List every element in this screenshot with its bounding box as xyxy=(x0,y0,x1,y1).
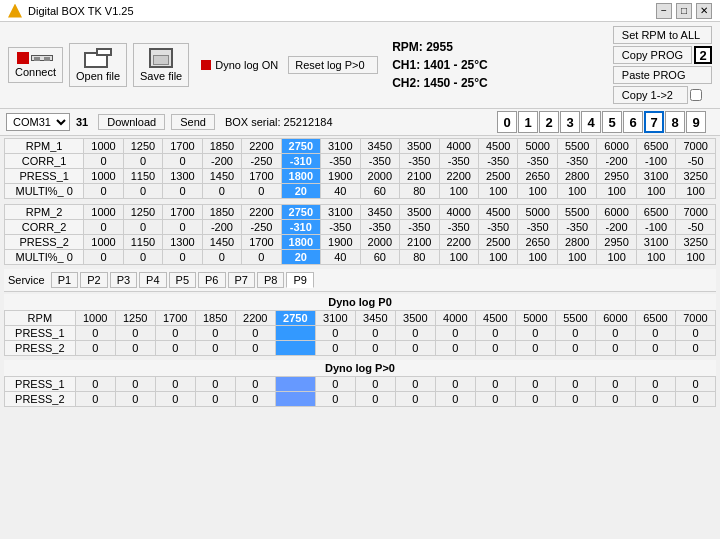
dyno-log-pgt0-section: Dyno log P>0 PRESS_1 0000 0 0000 0000 00… xyxy=(4,360,716,407)
title-bar-title: Digital BOX TK V1.25 xyxy=(28,5,134,17)
ch1-status: CH1: 1401 - 25°C xyxy=(392,56,488,74)
dyno-p0-press2-row: PRESS_2 0000 0 0000 0000 00 xyxy=(5,341,716,356)
red-square-icon xyxy=(17,52,29,64)
dyno-status-icon xyxy=(201,60,211,70)
close-button[interactable]: ✕ xyxy=(696,3,712,19)
multi2-label: MULTI%_ 0 xyxy=(5,250,84,265)
tab-p8[interactable]: P8 xyxy=(257,272,284,288)
rpm1-row: RPM_1 1000125017001850 2200 2750 3100345… xyxy=(5,139,716,154)
ch2-status: CH2: 1450 - 25°C xyxy=(392,74,488,92)
dyno-pgt0-press2-row: PRESS_2 0000 0 0000 0000 00 xyxy=(5,392,716,407)
num-box-1[interactable]: 1 xyxy=(518,111,538,133)
corr2-label: CORR_2 xyxy=(5,220,84,235)
connect-button[interactable]: Connect xyxy=(8,47,63,83)
maximize-button[interactable]: □ xyxy=(676,3,692,19)
open-file-button[interactable]: Open file xyxy=(69,43,127,87)
dyno-pgt0-press2-label: PRESS_2 xyxy=(5,392,76,407)
multi2-row: MULTI%_ 0 0000 0 20 406080100 1001001001… xyxy=(5,250,716,265)
copy-1-2-button[interactable]: Copy 1->2 xyxy=(613,86,688,104)
tab-p4[interactable]: P4 xyxy=(139,272,166,288)
num-box-3[interactable]: 3 xyxy=(560,111,580,133)
download-btn[interactable]: Download xyxy=(98,114,165,130)
service-tabs-row: Service P1 P2 P3 P4 P5 P6 P7 P8 P9 xyxy=(4,269,716,292)
press2-row: PRESS_2 1000115013001450 1700 1800 19002… xyxy=(5,235,716,250)
num-box-8[interactable]: 8 xyxy=(665,111,685,133)
data-table-2: RPM_2 1000125017001850 2200 2750 3100345… xyxy=(4,204,716,265)
tab-p3[interactable]: P3 xyxy=(110,272,137,288)
reset-log-button[interactable]: Reset log P>0 xyxy=(288,56,378,74)
paste-prog-button[interactable]: Paste PROG xyxy=(613,66,712,84)
dyno-p0-rpm-label: RPM xyxy=(5,311,76,326)
dyno-pgt0-press1-label: PRESS_1 xyxy=(5,377,76,392)
num-box-4[interactable]: 4 xyxy=(581,111,601,133)
dyno-log-p0-header: Dyno log P0 xyxy=(4,294,716,310)
num-boxes-container: 0 1 2 3 4 5 6 7 8 9 xyxy=(497,111,706,133)
table-section-2: RPM_2 1000125017001850 2200 2750 3100345… xyxy=(4,204,716,265)
port-num: 31 xyxy=(76,116,88,128)
num-box-0[interactable]: 0 xyxy=(497,111,517,133)
send-button[interactable]: Send xyxy=(171,114,215,130)
copy-prog-button[interactable]: Copy PROG xyxy=(613,46,692,64)
dyno-log-pgt0-table: PRESS_1 0000 0 0000 0000 00 PRESS_2 0000… xyxy=(4,376,716,407)
box-serial: BOX serial: 25212184 xyxy=(225,116,333,128)
multi1-label: MULTI%_ 0 xyxy=(5,184,84,199)
corr1-label: CORR_1 xyxy=(5,154,84,169)
press2-label: PRESS_2 xyxy=(5,235,84,250)
data-table-1: RPM_1 1000125017001850 2200 2750 3100345… xyxy=(4,138,716,199)
set-rpm-all-button[interactable]: Set RPM to ALL xyxy=(613,26,712,44)
num-box-7[interactable]: 7 xyxy=(644,111,664,133)
save-file-button[interactable]: Save file xyxy=(133,43,189,87)
copy-1-2-checkbox[interactable] xyxy=(690,89,702,101)
num-box-2[interactable]: 2 xyxy=(539,111,559,133)
dyno-log-label: Dyno log ON xyxy=(215,59,278,71)
dyno-p0-rpm-row: RPM 1000125017001850 2200 2750 310034503… xyxy=(5,311,716,326)
dyno-log-pgt0-header: Dyno log P>0 xyxy=(4,360,716,376)
save-file-label: Save file xyxy=(140,70,182,82)
prog-number: 2 xyxy=(694,46,712,64)
num-box-6[interactable]: 6 xyxy=(623,111,643,133)
dyno-log-p0-table: RPM 1000125017001850 2200 2750 310034503… xyxy=(4,310,716,356)
service-label: Service xyxy=(8,274,45,286)
minimize-button[interactable]: − xyxy=(656,3,672,19)
tab-p2[interactable]: P2 xyxy=(80,272,107,288)
dyno-p0-press2-label: PRESS_2 xyxy=(5,341,76,356)
rpm2-row: RPM_2 1000125017001850 2200 2750 3100345… xyxy=(5,205,716,220)
open-file-label: Open file xyxy=(76,70,120,82)
title-bar: Digital BOX TK V1.25 − □ ✕ xyxy=(0,0,720,22)
table-section-1: RPM_1 1000125017001850 2200 2750 3100345… xyxy=(4,138,716,199)
download-button[interactable]: Download xyxy=(98,114,165,130)
press1-row: PRESS_1 1000115013001450 1700 1800 19002… xyxy=(5,169,716,184)
num-box-9[interactable]: 9 xyxy=(686,111,706,133)
tab-p7[interactable]: P7 xyxy=(228,272,255,288)
tab-p9[interactable]: P9 xyxy=(286,272,313,288)
rpm-status: RPM: 2955 xyxy=(392,38,488,56)
num-box-5[interactable]: 5 xyxy=(602,111,622,133)
tab-p5[interactable]: P5 xyxy=(169,272,196,288)
rpm1-label: RPM_1 xyxy=(5,139,84,154)
dyno-p0-press1-row: PRESS_1 0000 0 0000 0000 00 xyxy=(5,326,716,341)
tab-p1[interactable]: P1 xyxy=(51,272,78,288)
corr2-row: CORR_2 000-200 -250 -310 -350-350-350-35… xyxy=(5,220,716,235)
dyno-p0-press1-label: PRESS_1 xyxy=(5,326,76,341)
connect-label: Connect xyxy=(15,66,56,78)
press1-label: PRESS_1 xyxy=(5,169,84,184)
tab-p6[interactable]: P6 xyxy=(198,272,225,288)
rpm2-label: RPM_2 xyxy=(5,205,84,220)
dyno-log-p0-section: Dyno log P0 RPM 1000125017001850 2200 27… xyxy=(4,294,716,356)
dyno-pgt0-press1-row: PRESS_1 0000 0 0000 0000 00 xyxy=(5,377,716,392)
app-icon xyxy=(8,4,22,18)
com-port-select[interactable]: COM31 xyxy=(6,113,70,131)
corr1-row: CORR_1 000-200 -250 -310 -350-350-350-35… xyxy=(5,154,716,169)
multi1-row: MULTI%_ 0 0000 0 20 406080100 1001001001… xyxy=(5,184,716,199)
